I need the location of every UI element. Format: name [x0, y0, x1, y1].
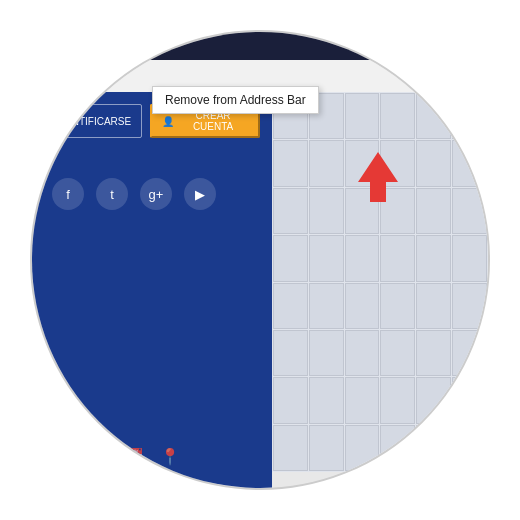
- grid-cell: [452, 188, 487, 234]
- circle-frame: — □ ··· 🔖 ✩ ||| ⊡ Remove from Address Ba…: [30, 30, 490, 490]
- content-area: IDENTIFICARSE 👤 CREAR CUENTA f t g+ ▶ 💬 …: [32, 92, 488, 488]
- left-panel: IDENTIFICARSE 👤 CREAR CUENTA f t g+ ▶ 💬 …: [32, 92, 272, 488]
- pip-icon[interactable]: ⊡: [469, 69, 480, 84]
- tooltip-text: Remove from Address Bar: [165, 93, 306, 107]
- auth-button[interactable]: IDENTIFICARSE: [44, 104, 142, 138]
- svg-marker-0: [358, 152, 398, 202]
- grid-cell: [416, 377, 451, 423]
- folder-icon[interactable]: 📁: [88, 447, 108, 466]
- chat-icon[interactable]: 💬: [52, 447, 72, 466]
- grid-cell: [345, 330, 380, 376]
- grid-cell: [380, 425, 415, 471]
- grid-cell: [380, 235, 415, 281]
- social-icons-row: f t g+ ▶: [32, 148, 272, 230]
- create-icon: 👤: [162, 116, 174, 127]
- twitter-icon[interactable]: t: [96, 178, 128, 210]
- grid-cell: [309, 330, 344, 376]
- grid-cell: [416, 283, 451, 329]
- address-bar: ··· 🔖 ✩ ||| ⊡ Remove from Address Bar: [32, 60, 488, 92]
- grid-cell: [309, 377, 344, 423]
- grid-cell: [309, 425, 344, 471]
- grid-cell: [452, 235, 487, 281]
- grid-cell: [380, 93, 415, 139]
- grid-cell: [345, 283, 380, 329]
- youtube-icon[interactable]: ▶: [184, 178, 216, 210]
- title-bar: — □: [32, 32, 488, 60]
- grid-cell: [452, 93, 487, 139]
- grid-cell: [380, 377, 415, 423]
- grid-cell: [273, 140, 308, 186]
- location-icon[interactable]: 📍: [160, 447, 180, 466]
- grid-cell: [345, 235, 380, 281]
- maximize-button[interactable]: □: [472, 41, 478, 52]
- grid-cell: [309, 283, 344, 329]
- grid-cell: [416, 93, 451, 139]
- grid-cell: [309, 188, 344, 234]
- grid-cell: [380, 283, 415, 329]
- grid-cell: [416, 425, 451, 471]
- grid-cell: [345, 377, 380, 423]
- grid-cell: [416, 188, 451, 234]
- grid-cell: [273, 330, 308, 376]
- grid-cell: [273, 188, 308, 234]
- googleplus-icon[interactable]: g+: [140, 178, 172, 210]
- star-icon[interactable]: ✩: [84, 68, 96, 84]
- grid-cell: [452, 330, 487, 376]
- grid-cell: [416, 235, 451, 281]
- bookmark-icon[interactable]: 🔖: [61, 68, 78, 84]
- browser-window: — □ ··· 🔖 ✩ ||| ⊡ Remove from Address Ba…: [32, 32, 488, 488]
- grid-cell: [273, 425, 308, 471]
- grid-cell: [452, 283, 487, 329]
- menu-dots-icon[interactable]: ···: [40, 68, 55, 84]
- facebook-icon[interactable]: f: [52, 178, 84, 210]
- grid-cell: [273, 283, 308, 329]
- grid-cell: [273, 377, 308, 423]
- tooltip-box: Remove from Address Bar: [152, 86, 319, 114]
- grid-cell: [345, 425, 380, 471]
- grid-cell: [452, 425, 487, 471]
- calendar-icon[interactable]: 📅: [124, 447, 144, 466]
- grid-cell: [416, 330, 451, 376]
- reader-mode-icon[interactable]: |||: [453, 69, 463, 84]
- red-arrow-indicator: [353, 147, 403, 211]
- grid-cell: [345, 93, 380, 139]
- minimize-button[interactable]: —: [454, 41, 464, 52]
- grid-cell: [452, 140, 487, 186]
- grid-cell: [273, 235, 308, 281]
- title-bar-controls: — □: [454, 41, 478, 52]
- grid-cell: [309, 235, 344, 281]
- grid-cell: [452, 377, 487, 423]
- grid-cell: [380, 330, 415, 376]
- grid-cell: [416, 140, 451, 186]
- bottom-icons-row: 💬 📁 📅 📍: [32, 387, 272, 476]
- grid-cell: [309, 140, 344, 186]
